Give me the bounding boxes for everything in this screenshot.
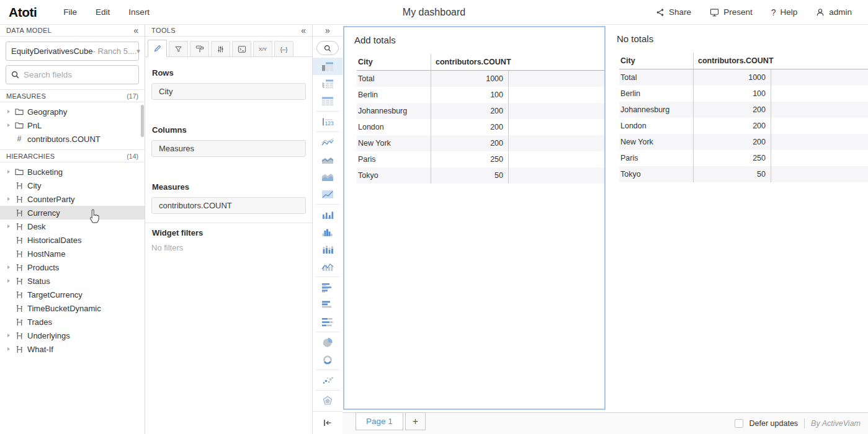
user-menu[interactable]: admin bbox=[808, 0, 859, 25]
cell-count[interactable]: 50 bbox=[694, 166, 771, 182]
hierarchy-item-trades[interactable]: Trades bbox=[0, 315, 145, 329]
measures-section-header[interactable]: MEASURES (17) bbox=[0, 89, 145, 102]
caret-right-icon[interactable] bbox=[6, 224, 11, 229]
cell-count[interactable]: 1000 bbox=[431, 71, 509, 87]
cell-count[interactable]: 1000 bbox=[694, 69, 771, 86]
caret-right-icon[interactable] bbox=[6, 278, 11, 283]
tab-axes-xy[interactable]: X/Y bbox=[253, 41, 272, 56]
cell-city[interactable]: Tokyo bbox=[357, 167, 431, 184]
pivot-table-widget-button[interactable] bbox=[313, 58, 342, 75]
menu-file[interactable]: File bbox=[54, 0, 86, 25]
cell-city[interactable]: Berlin bbox=[357, 87, 431, 103]
grouped-bar-chart-widget-button[interactable] bbox=[313, 206, 342, 223]
column-header-city[interactable]: City bbox=[619, 53, 694, 69]
hierarchy-item-products[interactable]: Products bbox=[0, 260, 145, 274]
hierarchy-item-currency[interactable]: Currency bbox=[0, 206, 145, 219]
stacked-bar-chart-widget-button[interactable] bbox=[313, 241, 342, 258]
present-button[interactable]: Present bbox=[702, 0, 760, 25]
collapse-tools-icon[interactable]: « bbox=[301, 26, 306, 35]
cell-count[interactable]: 50 bbox=[431, 167, 509, 184]
hierarchy-item-counterparty[interactable]: CounterParty bbox=[0, 192, 145, 206]
dock-panel-button[interactable] bbox=[313, 411, 342, 434]
horizontal-stacked-bar-chart-widget-button[interactable] bbox=[313, 313, 342, 330]
cell-city[interactable]: London bbox=[357, 119, 431, 135]
column-header-city[interactable]: City bbox=[357, 54, 431, 70]
rows-field-chip[interactable]: City bbox=[151, 83, 306, 100]
cube-selector[interactable]: EquityDerivativesCube - Ranch 5.... ▾ bbox=[6, 42, 139, 61]
cell-city[interactable]: Tokyo bbox=[619, 166, 694, 182]
hierarchy-item-timebucketdynamic[interactable]: TimeBucketDynamic bbox=[0, 301, 145, 315]
defer-updates-checkbox[interactable] bbox=[735, 419, 743, 428]
cell-city[interactable]: London bbox=[619, 118, 694, 134]
column-header-count[interactable]: contributors.COUNT bbox=[431, 58, 509, 66]
widget-search-button[interactable] bbox=[316, 41, 339, 55]
cell-count[interactable]: 200 bbox=[694, 118, 771, 134]
pie-chart-widget-button[interactable] bbox=[313, 334, 342, 351]
defer-updates-label[interactable]: Defer updates bbox=[749, 419, 799, 428]
cell-count[interactable]: 200 bbox=[431, 103, 509, 119]
cell-count[interactable]: 250 bbox=[431, 151, 509, 167]
kpi-number-widget-button[interactable]: 123 bbox=[313, 113, 342, 130]
tab-style[interactable] bbox=[190, 41, 209, 56]
cell-count[interactable]: 100 bbox=[694, 86, 771, 102]
measure-contributors-count[interactable]: # contributors.COUNT bbox=[0, 132, 145, 146]
donut-chart-widget-button[interactable] bbox=[313, 351, 342, 368]
measures-scrollbar[interactable] bbox=[141, 105, 144, 137]
hierarchy-item-underlyings[interactable]: Underlyings bbox=[0, 329, 145, 342]
caret-right-icon[interactable] bbox=[6, 197, 11, 202]
cell-count[interactable]: 200 bbox=[431, 135, 509, 151]
share-button[interactable]: Share bbox=[648, 0, 699, 25]
hierarchy-item-historicaldates[interactable]: HistoricalDates bbox=[0, 233, 145, 247]
line-chart-widget-button[interactable] bbox=[313, 133, 342, 151]
measure-folder-geography[interactable]: Geography bbox=[0, 105, 145, 118]
cell-count[interactable]: 200 bbox=[694, 134, 771, 150]
cell-count[interactable]: 100 bbox=[431, 87, 509, 103]
cell-city[interactable]: New York bbox=[357, 135, 431, 151]
measure-folder-pnl[interactable]: PnL bbox=[0, 118, 145, 132]
tab-filters[interactable] bbox=[169, 41, 188, 56]
combo-bar-line-chart-widget-button[interactable] bbox=[313, 258, 342, 275]
search-fields-input[interactable] bbox=[24, 70, 129, 79]
cell-count[interactable]: 200 bbox=[431, 119, 509, 135]
cell-city[interactable]: Paris bbox=[357, 151, 431, 167]
cell-count[interactable]: 200 bbox=[694, 102, 771, 118]
tab-context-values[interactable]: {–} bbox=[274, 41, 293, 56]
tree-table-widget-button[interactable] bbox=[313, 75, 342, 92]
table-widget-button[interactable] bbox=[313, 92, 342, 110]
tab-edit-pencil[interactable] bbox=[148, 40, 167, 56]
widget-no-totals[interactable]: No totals City contributors.COUNT Total1… bbox=[607, 26, 868, 410]
caret-right-icon[interactable] bbox=[6, 169, 11, 174]
caret-right-icon[interactable] bbox=[6, 123, 11, 128]
caret-right-icon[interactable] bbox=[6, 109, 11, 114]
cell-city[interactable]: New York bbox=[619, 134, 694, 150]
hierarchy-item-bucketing[interactable]: Bucketing bbox=[0, 165, 145, 179]
hierarchy-item-hostname[interactable]: HostName bbox=[0, 247, 145, 260]
add-page-button[interactable]: + bbox=[405, 412, 426, 430]
histogram-chart-widget-button[interactable] bbox=[313, 223, 342, 241]
hierarchy-item-what-if[interactable]: What-If bbox=[0, 342, 145, 356]
caret-right-icon[interactable] bbox=[6, 333, 11, 338]
horizontal-bar-chart-widget-button[interactable] bbox=[313, 296, 342, 313]
tab-sort[interactable] bbox=[211, 41, 230, 56]
tab-query[interactable] bbox=[232, 41, 251, 56]
menu-edit[interactable]: Edit bbox=[86, 0, 119, 25]
horizontal-grouped-bar-chart-widget-button[interactable] bbox=[313, 278, 342, 296]
cell-city[interactable]: Johannesburg bbox=[357, 103, 431, 119]
hierarchy-item-targetcurrency[interactable]: TargetCurrency bbox=[0, 288, 145, 301]
column-header-count[interactable]: contributors.COUNT bbox=[694, 56, 771, 65]
hierarchy-item-desk[interactable]: Desk bbox=[0, 219, 145, 233]
area-chart-widget-button[interactable] bbox=[313, 151, 342, 168]
scatter-plot-widget-button[interactable] bbox=[313, 371, 342, 389]
caret-right-icon[interactable] bbox=[6, 347, 11, 352]
stacked-area-chart-widget-button[interactable] bbox=[313, 168, 342, 185]
cell-city[interactable]: Johannesburg bbox=[619, 102, 694, 118]
cell-city[interactable]: Paris bbox=[619, 150, 694, 166]
fields-search-box[interactable] bbox=[6, 65, 139, 84]
cell-city[interactable]: Berlin bbox=[619, 86, 694, 102]
menu-insert[interactable]: Insert bbox=[119, 0, 159, 25]
expand-picker-icon[interactable]: » bbox=[325, 26, 330, 35]
columns-field-chip[interactable]: Measures bbox=[151, 140, 306, 157]
collapse-data-model-icon[interactable]: « bbox=[133, 26, 138, 35]
hierarchy-item-city[interactable]: City bbox=[0, 179, 145, 192]
caret-right-icon[interactable] bbox=[6, 265, 11, 270]
